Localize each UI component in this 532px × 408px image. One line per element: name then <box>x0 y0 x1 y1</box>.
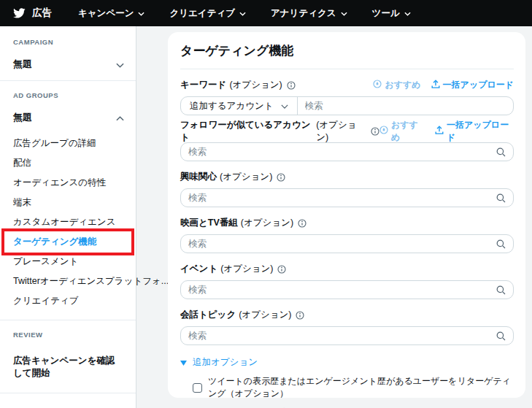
sidebar-adgroups-header: AD GROUPS <box>0 91 136 99</box>
divider <box>0 393 136 393</box>
sidebar-item-delivery[interactable]: 配信 <box>0 153 136 173</box>
triangle-down-icon <box>180 358 187 368</box>
chevron-down-icon <box>138 8 144 18</box>
search-icon <box>496 285 506 295</box>
info-icon[interactable] <box>287 81 296 90</box>
chevron-down-icon <box>116 59 124 70</box>
optional-suffix: (オプション) <box>229 79 282 91</box>
retargeting-option-row: ツイートの表示歴またはエンゲージメント歴があるユーザーをリターゲティング（オプシ… <box>180 375 514 400</box>
info-icon[interactable] <box>277 173 285 182</box>
lookalikes-label: フォロワーが似ているアカウント <box>180 119 313 144</box>
retargeting-checkbox[interactable] <box>193 383 202 393</box>
recommendations-label: おすすめ <box>391 119 425 144</box>
sidebar-item-placements[interactable]: プレースメント <box>0 252 136 272</box>
top-navigation-bar: 広告 キャンペーン クリエイティブ アナリティクス ツール <box>0 0 532 26</box>
additional-options: 追加オプション ツイートの表示歴またはエンゲージメント歴があるユーザーをリターゲ… <box>180 356 514 408</box>
lookalikes-search-box <box>180 142 514 161</box>
sidebar-adgroup-accordion[interactable]: 無題 <box>0 109 136 126</box>
lookalikes-search-input[interactable] <box>181 143 496 161</box>
keywords-search-box: 追加するアカウント <box>180 96 514 115</box>
sidebar-item-adgroup-details[interactable]: 広告グループの詳細 <box>0 134 136 153</box>
optional-suffix: (オプション) <box>316 119 366 144</box>
chevron-down-icon <box>341 8 347 18</box>
interests-label: 興味関心 <box>180 171 217 183</box>
sidebar-review-header: REVIEW <box>0 331 136 339</box>
menu-tools[interactable]: ツール <box>372 7 411 20</box>
divider <box>0 320 136 320</box>
campaign-name: 無題 <box>13 58 32 71</box>
movies-tv-label: 映画とTV番組 <box>180 217 238 229</box>
info-icon[interactable] <box>371 127 379 136</box>
conversation-topics-label: 会話トピック <box>180 309 236 321</box>
recommendations-link[interactable]: おすすめ <box>379 119 425 144</box>
bulk-upload-label: 一括アップロード <box>443 79 514 91</box>
recommendations-label: おすすめ <box>385 79 420 91</box>
menu-creatives-label: クリエイティブ <box>169 7 235 20</box>
brand[interactable]: 広告 <box>13 7 52 20</box>
recommendations-icon <box>373 80 382 91</box>
menu-campaign[interactable]: キャンペーン <box>78 7 144 20</box>
sidebar-item-creatives[interactable]: クリエイティブ <box>0 291 136 311</box>
search-icon <box>496 239 506 249</box>
keywords-label: キーワード <box>180 79 226 91</box>
interests-search-input[interactable] <box>181 189 496 207</box>
search-icon <box>496 331 506 341</box>
menu-analytics-label: アナリティクス <box>271 7 336 20</box>
sidebar-item-targeting-features[interactable]: ターゲティング機能 <box>0 232 136 252</box>
page-title: ターゲティング機能 <box>180 42 514 59</box>
chevron-down-icon <box>404 8 411 18</box>
info-icon[interactable] <box>277 265 286 274</box>
bulk-upload-label: 一括アップロード <box>447 119 514 144</box>
menu-analytics[interactable]: アナリティクス <box>271 7 347 20</box>
optional-suffix: (オプション) <box>241 217 293 229</box>
section-events: イベント (オプション) <box>180 263 514 299</box>
bulk-upload-link[interactable]: 一括アップロード <box>431 79 514 91</box>
twitter-bird-icon <box>13 8 26 18</box>
keywords-mode-value: 追加するアカウント <box>190 100 274 112</box>
events-label: イベント <box>180 263 217 275</box>
recommendations-link[interactable]: おすすめ <box>373 79 420 91</box>
section-keywords: キーワード (オプション) おすすめ 一括アップロード 追加するアカウント <box>180 79 514 115</box>
divider <box>180 69 514 69</box>
events-search-input[interactable] <box>181 281 496 299</box>
info-icon[interactable] <box>296 311 304 320</box>
sidebar-item-audience-platform[interactable]: Twitterオーディエンスプラットフォ... <box>0 272 136 291</box>
events-search-box <box>180 280 514 299</box>
search-icon <box>496 193 506 203</box>
sidebar-item-devices[interactable]: 端末 <box>0 193 136 212</box>
divider <box>0 80 136 81</box>
sidebar-item-review-launch[interactable]: 広告キャンペーンを確認して開始 <box>0 349 136 385</box>
upload-icon <box>435 126 444 137</box>
top-menu: キャンペーン クリエイティブ アナリティクス ツール <box>78 7 411 20</box>
bulk-upload-link[interactable]: 一括アップロード <box>435 119 514 144</box>
section-conversation-topics: 会話トピック (オプション) <box>180 309 514 345</box>
search-icon <box>496 147 506 157</box>
chevron-up-icon <box>116 112 124 123</box>
interests-search-box <box>180 188 514 207</box>
movies-tv-search-input[interactable] <box>181 235 496 253</box>
conversation-topics-search-box <box>180 326 514 345</box>
targeting-panel: ターゲティング機能 キーワード (オプション) おすすめ 一括アップロード <box>168 32 525 398</box>
keywords-search-input[interactable] <box>298 97 513 115</box>
conversation-topics-search-input[interactable] <box>181 327 496 345</box>
info-icon[interactable] <box>298 219 307 228</box>
sidebar-campaign-accordion[interactable]: 無題 <box>0 56 136 72</box>
upload-icon <box>431 80 440 91</box>
retargeting-checkbox-label: ツイートの表示歴またはエンゲージメント歴があるユーザーをリターゲティング（オプシ… <box>208 375 514 400</box>
section-movies-tv: 映画とTV番組 (オプション) <box>180 217 514 253</box>
sidebar-item-custom-audiences[interactable]: カスタムオーディエンス <box>0 212 136 232</box>
sidebar-item-audience-characteristics[interactable]: オーディエンスの特性 <box>0 173 136 193</box>
keywords-mode-select[interactable]: 追加するアカウント <box>181 97 298 115</box>
section-interests: 興味関心 (オプション) <box>180 171 514 207</box>
optional-suffix: (オプション) <box>220 263 273 275</box>
menu-creatives[interactable]: クリエイティブ <box>169 7 246 20</box>
chevron-down-icon <box>239 8 246 18</box>
additional-options-toggle[interactable]: 追加オプション <box>180 356 514 369</box>
movies-tv-search-box <box>180 234 514 253</box>
optional-suffix: (オプション) <box>239 309 291 321</box>
chevron-down-icon <box>281 101 288 111</box>
menu-tools-label: ツール <box>372 7 400 20</box>
section-follower-lookalikes: フォロワーが似ているアカウント (オプション) おすすめ 一括アップロード <box>180 125 514 161</box>
menu-campaign-label: キャンペーン <box>78 7 134 20</box>
brand-label: 広告 <box>32 7 52 20</box>
